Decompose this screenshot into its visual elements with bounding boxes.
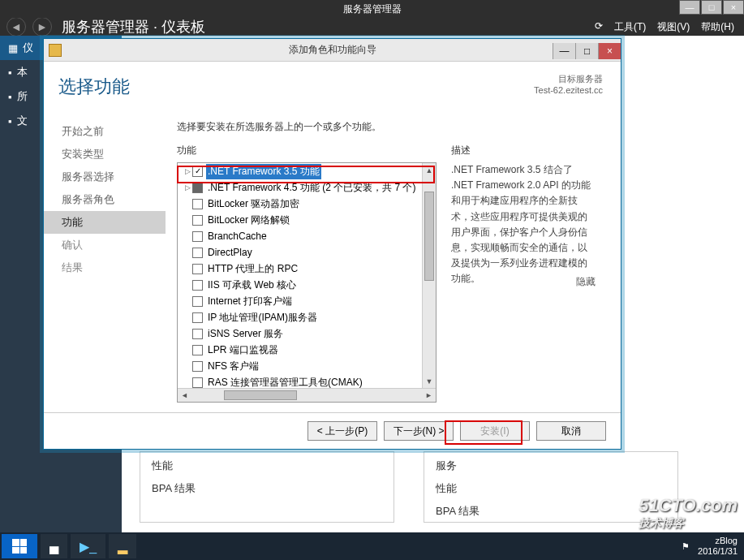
- feature-checkbox[interactable]: [192, 296, 203, 307]
- feature-checkbox[interactable]: [192, 312, 203, 323]
- step-features[interactable]: 功能: [44, 211, 166, 234]
- menu-view[interactable]: 视图(V): [657, 20, 690, 34]
- feature-label: BitLocker 驱动器加密: [206, 196, 301, 212]
- feature-checkbox[interactable]: [192, 280, 203, 291]
- windows-logo-icon: [12, 539, 27, 554]
- feature-checkbox[interactable]: [192, 329, 203, 339]
- dialog-icon: [49, 44, 62, 57]
- feature-row[interactable]: iSNS Server 服务: [178, 325, 436, 342]
- wizard-heading: 选择功能: [58, 75, 130, 99]
- scroll-hthumb[interactable]: [224, 390, 297, 400]
- feature-label: RAS 连接管理器管理工具包(CMAK): [206, 375, 364, 390]
- feature-checkbox[interactable]: [192, 215, 203, 226]
- previous-button[interactable]: < 上一步(P): [307, 421, 377, 441]
- feature-label: BranchCache: [206, 230, 269, 243]
- feature-row[interactable]: NFS 客户端: [178, 358, 436, 374]
- scroll-up-icon[interactable]: ▲: [423, 163, 437, 177]
- feature-label: Internet 打印客户端: [206, 294, 294, 309]
- feature-label: .NET Framework 4.5 功能 (2 个已安装，共 7 个): [206, 180, 417, 196]
- add-roles-wizard-dialog: 添加角色和功能向导 — □ × 选择功能 目标服务器 Test-62.ezite…: [43, 38, 621, 450]
- parent-close-button[interactable]: ×: [723, 0, 744, 15]
- watermark: 51CTO.com 技术博客: [639, 495, 738, 531]
- dialog-title: 添加角色和功能向导: [289, 43, 376, 57]
- feature-label: DirectPlay: [206, 246, 254, 259]
- expander-icon[interactable]: ▷: [183, 167, 192, 175]
- start-button[interactable]: [2, 534, 37, 558]
- feature-checkbox[interactable]: [192, 264, 203, 274]
- feature-row[interactable]: BitLocker 网络解锁: [178, 212, 436, 228]
- feature-row[interactable]: ▷.NET Framework 4.5 功能 (2 个已安装，共 7 个): [178, 179, 436, 196]
- feature-row[interactable]: RAS 连接管理器管理工具包(CMAK): [178, 374, 436, 389]
- parent-maximize-button[interactable]: □: [701, 0, 722, 15]
- step-install-type[interactable]: 安装类型: [44, 143, 166, 166]
- parent-titlebar: 服务器管理器 — □ ×: [0, 0, 744, 18]
- nav-back-button[interactable]: ◄: [6, 17, 26, 37]
- feature-label: .NET Framework 3.5 功能: [206, 164, 321, 179]
- feature-checkbox[interactable]: [192, 166, 203, 177]
- feature-checkbox[interactable]: [192, 248, 203, 258]
- feature-label: IP 地址管理(IPAM)服务器: [206, 310, 319, 325]
- taskbar-explorer[interactable]: ▂: [109, 534, 136, 558]
- step-results[interactable]: 结果: [44, 256, 166, 279]
- feature-row[interactable]: IP 地址管理(IPAM)服务器: [178, 309, 436, 325]
- features-label: 功能: [177, 144, 437, 157]
- feature-checkbox[interactable]: [192, 231, 203, 242]
- step-server-roles[interactable]: 服务器角色: [44, 188, 166, 211]
- breadcrumb: 服务器管理器 · 仪表板: [62, 17, 205, 37]
- feature-row[interactable]: IIS 可承载 Web 核心: [178, 277, 436, 293]
- bg-panels: 性能 BPA 结果 服务 性能 BPA 结果: [140, 451, 685, 523]
- dialog-titlebar[interactable]: 添加角色和功能向导 — □ ×: [44, 39, 621, 62]
- parent-title: 服务器管理器: [343, 2, 402, 16]
- scroll-right-icon[interactable]: ►: [422, 389, 436, 403]
- feature-row[interactable]: ▷.NET Framework 3.5 功能: [178, 163, 436, 179]
- menu-help[interactable]: 帮助(H): [701, 20, 734, 34]
- feature-row[interactable]: DirectPlay: [178, 244, 436, 261]
- expander-icon[interactable]: ▷: [183, 183, 192, 192]
- step-before-begin[interactable]: 开始之前: [44, 120, 166, 143]
- step-server-select[interactable]: 服务器选择: [44, 166, 166, 188]
- step-confirm[interactable]: 确认: [44, 234, 166, 256]
- dialog-maximize-button[interactable]: □: [575, 43, 598, 59]
- feature-label: BitLocker 网络解锁: [206, 213, 291, 228]
- feature-checkbox[interactable]: [192, 377, 203, 388]
- next-button[interactable]: 下一步(N) >: [384, 421, 454, 441]
- dialog-buttons: < 上一步(P) 下一步(N) > 安装(I) 取消: [44, 412, 621, 449]
- scroll-down-icon[interactable]: ▼: [423, 374, 437, 388]
- feature-checkbox[interactable]: [192, 199, 203, 209]
- parent-minimize-button[interactable]: —: [679, 0, 700, 15]
- feature-row[interactable]: HTTP 代理上的 RPC: [178, 261, 436, 277]
- taskbar: ▄ ▶_ ▂ ⚑ zBlog 2016/1/31: [0, 532, 744, 560]
- cancel-button[interactable]: 取消: [536, 421, 606, 441]
- wizard-prompt: 选择要安装在所选服务器上的一个或多个功能。: [177, 120, 606, 134]
- feature-description: .NET Framework 3.5 结合了 .NET Framework 2.…: [451, 162, 596, 287]
- nav-fwd-button[interactable]: ►: [32, 17, 52, 37]
- taskbar-server-manager[interactable]: ▄: [41, 534, 67, 558]
- hide-link[interactable]: 隐藏: [576, 275, 596, 289]
- taskbar-powershell[interactable]: ▶_: [71, 534, 105, 558]
- tray-clock[interactable]: zBlog 2016/1/31: [698, 536, 738, 557]
- desc-label: 描述: [451, 144, 596, 157]
- feature-label: HTTP 代理上的 RPC: [206, 261, 299, 277]
- feature-checkbox[interactable]: [192, 361, 203, 372]
- tree-vscrollbar[interactable]: ▲ ▼: [422, 163, 436, 388]
- feature-row[interactable]: LPR 端口监视器: [178, 342, 436, 358]
- feature-label: NFS 客户端: [206, 359, 260, 374]
- feature-checkbox[interactable]: [192, 183, 203, 193]
- system-tray[interactable]: ⚑ zBlog 2016/1/31: [682, 536, 744, 557]
- dialog-minimize-button[interactable]: —: [553, 43, 575, 59]
- features-tree[interactable]: ▷.NET Framework 3.5 功能▷.NET Framework 4.…: [177, 162, 437, 403]
- feature-row[interactable]: BranchCache: [178, 228, 436, 244]
- scroll-left-icon[interactable]: ◄: [178, 389, 191, 403]
- wizard-steps: 开始之前 安装类型 服务器选择 服务器角色 功能 确认 结果: [44, 62, 166, 412]
- refresh-icon[interactable]: ⟳: [595, 20, 603, 34]
- scroll-vthumb[interactable]: [424, 192, 434, 281]
- tree-hscrollbar[interactable]: ◄ ►: [178, 388, 436, 402]
- parent-toolbar: ◄ ► 服务器管理器 · 仪表板 ⟳ 工具(T) 视图(V) 帮助(H): [0, 18, 744, 36]
- feature-checkbox[interactable]: [192, 345, 203, 355]
- tray-flag-icon[interactable]: ⚑: [682, 541, 690, 552]
- install-button[interactable]: 安装(I): [460, 421, 530, 441]
- feature-row[interactable]: BitLocker 驱动器加密: [178, 196, 436, 212]
- feature-row[interactable]: Internet 打印客户端: [178, 293, 436, 309]
- menu-tools[interactable]: 工具(T): [614, 20, 646, 34]
- dialog-close-button[interactable]: ×: [598, 43, 621, 59]
